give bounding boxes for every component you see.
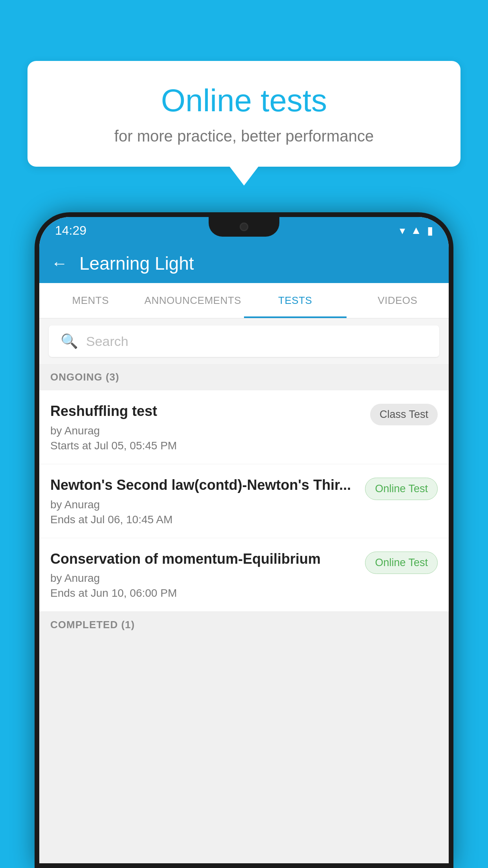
phone-inner: 14:29 ▾ ▲ ▮ ← Learning Light MENTS ANNOU… (39, 217, 449, 863)
phone-frame: 14:29 ▾ ▲ ▮ ← Learning Light MENTS ANNOU… (35, 212, 453, 868)
battery-icon: ▮ (427, 224, 433, 237)
completed-section-header: COMPLETED (1) (39, 612, 449, 638)
test-time: Starts at Jul 05, 05:45 PM (50, 440, 362, 452)
test-author: by Anurag (50, 498, 357, 511)
completed-label: COMPLETED (1) (50, 619, 135, 631)
phone-notch (209, 217, 279, 237)
test-time: Ends at Jun 10, 06:00 PM (50, 587, 357, 600)
test-item[interactable]: Conservation of momentum-Equilibrium by … (39, 538, 449, 612)
search-container: 🔍 Search (39, 318, 449, 364)
tab-tests[interactable]: TESTS (244, 283, 347, 318)
bubble-subtitle: for more practice, better performance (51, 127, 437, 145)
test-badge-online: Online Test (365, 478, 438, 500)
test-author: by Anurag (50, 425, 362, 437)
camera-notch (240, 223, 248, 231)
status-time: 14:29 (55, 223, 86, 238)
back-button[interactable]: ← (51, 254, 68, 273)
test-name: Newton's Second law(contd)-Newton's Thir… (50, 476, 357, 495)
tabs-bar: MENTS ANNOUNCEMENTS TESTS VIDEOS (39, 283, 449, 318)
ongoing-label: ONGOING (3) (50, 371, 119, 383)
test-info: Reshuffling test by Anurag Starts at Jul… (50, 402, 362, 452)
test-info: Newton's Second law(contd)-Newton's Thir… (50, 476, 357, 526)
tab-announcements[interactable]: ANNOUNCEMENTS (142, 283, 244, 318)
test-badge-class: Class Test (370, 404, 438, 425)
app-title: Learning Light (79, 253, 194, 274)
test-list: Reshuffling test by Anurag Starts at Jul… (39, 390, 449, 612)
test-badge-online-2: Online Test (365, 552, 438, 574)
test-time: Ends at Jul 06, 10:45 AM (50, 513, 357, 526)
tab-videos[interactable]: VIDEOS (347, 283, 449, 318)
status-icons: ▾ ▲ ▮ (400, 224, 433, 237)
app-bar: ← Learning Light (39, 244, 449, 283)
test-name: Conservation of momentum-Equilibrium (50, 550, 357, 568)
test-info: Conservation of momentum-Equilibrium by … (50, 550, 357, 600)
test-item[interactable]: Newton's Second law(contd)-Newton's Thir… (39, 464, 449, 538)
tab-ments[interactable]: MENTS (39, 283, 142, 318)
signal-icon: ▲ (411, 224, 422, 237)
ongoing-section-header: ONGOING (3) (39, 364, 449, 390)
test-name: Reshuffling test (50, 402, 362, 421)
test-author: by Anurag (50, 572, 357, 585)
search-placeholder: Search (86, 334, 128, 349)
bubble-title: Online tests (51, 83, 437, 119)
speech-bubble-container: Online tests for more practice, better p… (28, 61, 460, 167)
wifi-icon: ▾ (400, 224, 405, 237)
speech-bubble: Online tests for more practice, better p… (28, 61, 460, 167)
search-icon: 🔍 (61, 333, 78, 349)
search-bar[interactable]: 🔍 Search (49, 326, 439, 357)
test-item[interactable]: Reshuffling test by Anurag Starts at Jul… (39, 390, 449, 464)
